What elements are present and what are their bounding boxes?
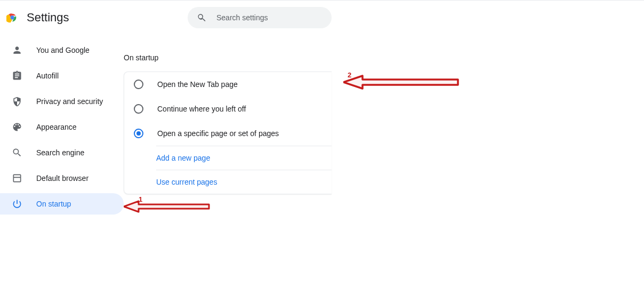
person-icon: [12, 45, 22, 56]
option-new-tab[interactable]: Open the New Tab page: [124, 72, 332, 97]
sidebar-item-autofill[interactable]: Autofill: [0, 65, 124, 86]
power-icon: [12, 199, 22, 209]
option-label: Continue where you left off: [157, 105, 246, 113]
search-icon: [196, 12, 207, 23]
option-continue[interactable]: Continue where you left off: [124, 97, 332, 121]
annotation-label-2: 2: [348, 71, 351, 79]
sidebar-item-you-and-google[interactable]: You and Google: [0, 39, 124, 61]
option-label: Open the New Tab page: [157, 80, 238, 89]
specific-pages-actions: Add a new page Use current pages: [156, 146, 332, 194]
radio-icon[interactable]: [134, 104, 143, 114]
shield-icon: [12, 96, 22, 107]
use-current-pages-link[interactable]: Use current pages: [156, 170, 332, 194]
startup-card: Open the New Tab page Continue where you…: [124, 72, 332, 194]
page-title: Settings: [27, 11, 69, 25]
sidebar-item-label: Privacy and security: [36, 97, 103, 106]
main-content: On startup Open the New Tab page Continu…: [124, 34, 332, 219]
sidebar-item-label: Autofill: [36, 72, 59, 80]
radio-icon[interactable]: [134, 129, 143, 138]
sidebar: You and Google Autofill Privacy and secu…: [0, 34, 124, 219]
sidebar-item-label: You and Google: [36, 46, 90, 54]
header: Settings: [0, 0, 644, 34]
sidebar-item-label: Default browser: [36, 174, 88, 183]
sidebar-item-privacy[interactable]: Privacy and security: [0, 91, 124, 112]
sidebar-item-label: On startup: [36, 200, 71, 208]
browser-icon: [12, 173, 22, 184]
sidebar-item-label: Appearance: [36, 123, 77, 131]
section-title: On startup: [124, 53, 332, 62]
palette-icon: [12, 122, 22, 132]
radio-icon[interactable]: [134, 80, 143, 89]
add-new-page-link[interactable]: Add a new page: [156, 146, 332, 170]
search-input[interactable]: [216, 13, 323, 22]
option-label: Open a specific page or set of pages: [157, 129, 279, 138]
chrome-logo-icon: [6, 12, 18, 23]
logo-area: Settings: [6, 11, 188, 25]
option-specific-pages[interactable]: Open a specific page or set of pages: [124, 121, 332, 146]
magnify-icon: [12, 147, 22, 158]
sidebar-item-label: Search engine: [36, 148, 84, 157]
sidebar-item-default-browser[interactable]: Default browser: [0, 168, 124, 189]
annotation-label-1: 1: [139, 195, 142, 203]
clipboard-icon: [12, 70, 22, 81]
sidebar-item-appearance[interactable]: Appearance: [0, 116, 124, 138]
search-box[interactable]: [188, 7, 332, 28]
sidebar-item-search-engine[interactable]: Search engine: [0, 142, 124, 163]
sidebar-item-on-startup[interactable]: On startup: [0, 193, 124, 215]
